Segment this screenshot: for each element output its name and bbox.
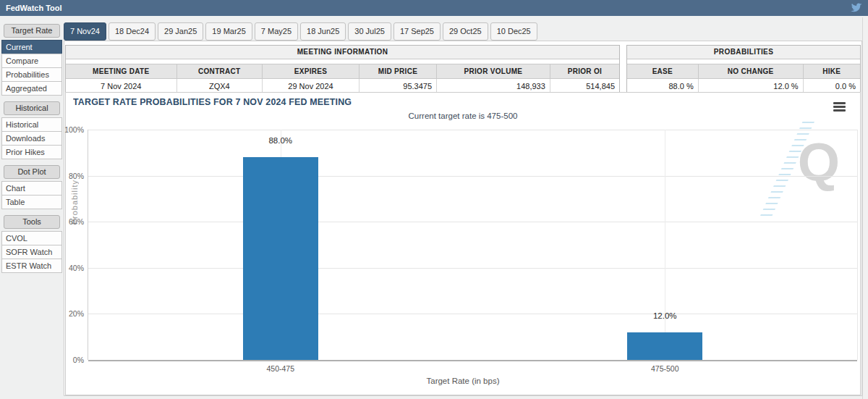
sidebar-item-chart[interactable]: Chart [1, 181, 62, 196]
tab-10dec25[interactable]: 10 Dec25 [490, 22, 537, 41]
sidebar-section-historical: Historical Historical Downloads Prior Hi… [1, 101, 62, 159]
y-tick-label: 20% [59, 309, 84, 318]
x-tick-label: 450-475 [266, 364, 294, 373]
tab-29oct25[interactable]: 29 Oct25 [443, 22, 488, 41]
probability-bar-450-475[interactable] [243, 157, 318, 360]
gridline [88, 268, 857, 269]
col-header-meeting-date: MEETING DATE [66, 64, 176, 79]
mid-price-value: 95.3475 [359, 79, 436, 94]
sidebar: Target Rate Current Compare Probabilitie… [1, 24, 62, 279]
gridline [88, 176, 857, 177]
gridline [88, 222, 857, 222]
probabilities-table: PROBABILITIES EASE NO CHANGE HIKE 88.0 %… [626, 45, 861, 94]
sidebar-section-target-rate: Target Rate Current Compare Probabilitie… [1, 24, 62, 96]
col-header-prior-oi: PRIOR OI [550, 64, 619, 79]
x-tick-label: 475-500 [651, 364, 679, 373]
col-header-expires: EXPIRES [263, 64, 359, 79]
tab-7nov24[interactable]: 7 Nov24 [64, 22, 106, 41]
y-tick-label: 100% [59, 125, 84, 134]
hamburger-menu-icon[interactable] [833, 102, 846, 112]
contract-value: ZQX4 [176, 79, 263, 94]
probabilities-title: PROBABILITIES [627, 46, 860, 59]
sidebar-item-prior-hikes[interactable]: Prior Hikes [1, 145, 62, 159]
col-header-prior-volume: PRIOR VOLUME [437, 64, 550, 79]
sidebar-item-current[interactable]: Current [1, 40, 62, 54]
chart-subtitle: Current target rate is 475-500 [66, 112, 860, 120]
col-header-ease: EASE [627, 64, 698, 79]
app-header-bar: FedWatch Tool [0, 0, 868, 16]
no-change-value: 12.0 % [698, 79, 803, 94]
col-header-hike: HIKE [803, 64, 860, 79]
tab-30jul25[interactable]: 30 Jul25 [348, 22, 391, 41]
probabilities-data-row: 88.0 % 12.0 % 0.0 % [627, 79, 860, 94]
twitter-icon[interactable] [851, 3, 862, 13]
sidebar-item-estr-watch[interactable]: ESTR Watch [1, 259, 62, 273]
prior-oi-value: 514,845 [550, 79, 619, 94]
bar-value-label: 88.0% [268, 136, 292, 145]
tab-18dec24[interactable]: 18 Dec24 [109, 22, 156, 41]
probability-bar-475-500[interactable] [627, 332, 702, 360]
y-tick-label: 60% [59, 217, 84, 226]
y-tick-label: 40% [59, 264, 84, 272]
meeting-info-data-row: 7 Nov 2024 ZQX4 29 Nov 2024 95.3475 148,… [66, 79, 619, 94]
tab-29jan25[interactable]: 29 Jan25 [158, 22, 203, 41]
scrollbar-track[interactable] [862, 17, 868, 399]
meeting-date-value: 7 Nov 2024 [66, 79, 176, 94]
meeting-information-title: MEETING INFORMATION [66, 46, 619, 59]
sidebar-item-table[interactable]: Table [1, 195, 62, 209]
sidebar-section-tools: Tools CVOL SOFR Watch ESTR Watch [1, 215, 62, 273]
sidebar-item-downloads[interactable]: Downloads [1, 131, 62, 146]
sidebar-header-dot-plot: Dot Plot [4, 165, 60, 179]
ease-value: 88.0 % [627, 79, 698, 94]
sidebar-header-historical: Historical [4, 101, 60, 115]
sidebar-header-target-rate: Target Rate [4, 24, 60, 38]
chart-title: TARGET RATE PROBABILITIES FOR 7 NOV 2024… [73, 96, 352, 107]
x-axis-label: Target Rate (in bps) [66, 377, 860, 385]
col-header-mid-price: MID PRICE [359, 64, 436, 79]
sidebar-item-aggregated[interactable]: Aggregated [1, 81, 62, 96]
tab-17sep25[interactable]: 17 Sep25 [393, 22, 441, 41]
y-tick-label: 80% [59, 172, 84, 180]
sidebar-item-cvol[interactable]: CVOL [1, 231, 62, 245]
y-tick-label: 0% [59, 356, 84, 364]
meeting-date-tabs: 7 Nov24 18 Dec24 29 Jan25 19 Mar25 7 May… [64, 22, 537, 41]
tab-18jun25[interactable]: 18 Jun25 [300, 22, 346, 41]
hike-value: 0.0 % [803, 79, 860, 94]
meeting-info-header-row: MEETING DATE CONTRACT EXPIRES MID PRICE … [66, 64, 619, 79]
sidebar-header-tools: Tools [4, 215, 60, 229]
vertical-gridline [665, 130, 665, 360]
bar-value-label: 12.0% [653, 311, 677, 320]
gridline [88, 130, 857, 130]
target-rate-probability-chart: TARGET RATE PROBABILITIES FOR 7 NOV 2024… [65, 92, 861, 395]
sidebar-item-probabilities[interactable]: Probabilities [1, 67, 62, 82]
sidebar-item-historical[interactable]: Historical [1, 117, 62, 132]
col-header-no-change: NO CHANGE [698, 64, 803, 79]
col-header-contract: CONTRACT [176, 64, 263, 79]
app-title: FedWatch Tool [6, 4, 62, 12]
tab-7may25[interactable]: 7 May25 [255, 22, 298, 41]
sidebar-item-compare[interactable]: Compare [1, 54, 62, 68]
tab-19mar25[interactable]: 19 Mar25 [205, 22, 252, 41]
sidebar-section-dot-plot: Dot Plot Chart Table [1, 165, 62, 209]
probabilities-header-row: EASE NO CHANGE HIKE [627, 64, 860, 79]
prior-volume-value: 148,933 [437, 79, 550, 94]
gridline [88, 314, 857, 314]
x-axis-line [88, 360, 857, 361]
meeting-information-table: MEETING INFORMATION MEETING DATE CONTRAC… [65, 45, 620, 94]
plot-area: 100%80%60%40%20%0%88.0%450-47512.0%475-5… [88, 130, 858, 360]
expires-value: 29 Nov 2024 [263, 79, 359, 94]
sidebar-item-sofr-watch[interactable]: SOFR Watch [1, 245, 62, 259]
